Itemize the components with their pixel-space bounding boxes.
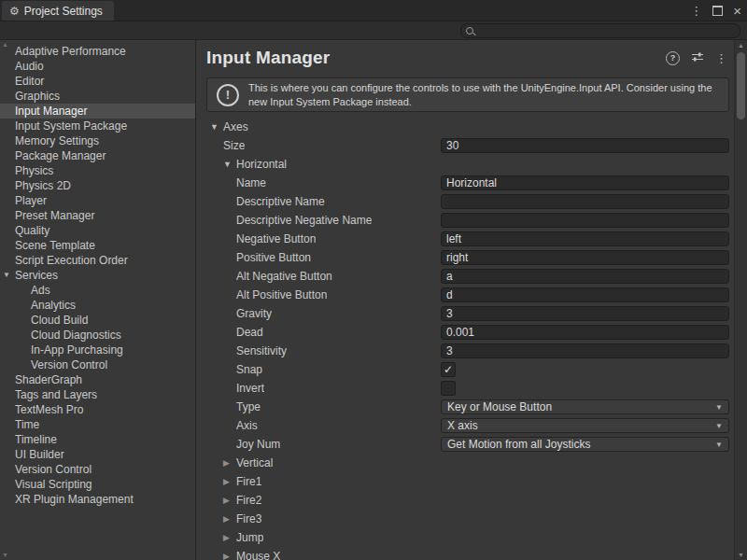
row-label: Fire1 — [236, 475, 261, 488]
sidebar-item-timeline[interactable]: Timeline — [0, 432, 195, 447]
dropdown[interactable]: Key or Mouse Button ▼ — [441, 399, 729, 414]
foldout-icon[interactable]: ▶ — [223, 514, 236, 524]
text-field[interactable]: 0.001 — [441, 325, 729, 340]
row-dead: Dead 0.001 — [197, 323, 735, 342]
text-field[interactable]: left — [441, 231, 729, 246]
sidebar-item-label: Preset Manager — [15, 209, 94, 222]
foldout-icon[interactable]: ▼ — [223, 160, 236, 169]
panel-menu-icon[interactable]: ⋮ — [715, 52, 727, 64]
maximize-icon[interactable] — [712, 6, 723, 16]
scroll-down-icon[interactable]: ▼ — [735, 552, 747, 558]
scroll-up-icon[interactable]: ▲ — [735, 42, 747, 49]
text-field[interactable]: 30 — [441, 138, 729, 153]
tab-project-settings[interactable]: ⚙ Project Settings — [2, 1, 114, 21]
foldout-icon[interactable]: ▼ — [210, 122, 223, 132]
sidebar-item-preset-manager[interactable]: Preset Manager — [0, 208, 195, 223]
sidebar-item-cloud-build[interactable]: Cloud Build — [0, 313, 195, 328]
row-axis: Axis X axis ▼ — [197, 416, 735, 435]
sidebar-item-physics-2d[interactable]: Physics 2D — [0, 178, 195, 193]
text-field[interactable] — [441, 213, 729, 228]
row-label: Name — [236, 176, 266, 189]
foldout-mouse-x[interactable]: ▶ Mouse X — [197, 547, 735, 560]
vertical-scrollbar[interactable]: ▲ ▼ — [734, 40, 747, 560]
foldout-horizontal[interactable]: ▼ Horizontal — [197, 155, 735, 174]
sidebar-item-cloud-diagnostics[interactable]: Cloud Diagnostics — [0, 328, 195, 343]
settings-sidebar: ▲ Adaptive Performance Audio Editor Grap… — [0, 40, 196, 560]
foldout-icon[interactable]: ▼ — [3, 268, 10, 283]
sidebar-item-physics[interactable]: Physics — [0, 163, 195, 178]
row-label: Size — [223, 139, 245, 152]
sidebar-item-visual-scripting[interactable]: Visual Scripting — [0, 477, 195, 492]
main-panel: Input Manager ? ⋮ ! This is where you ca… — [197, 40, 735, 560]
checkbox[interactable] — [441, 381, 456, 396]
dropdown-value: Key or Mouse Button — [447, 400, 552, 413]
dropdown[interactable]: Get Motion from all Joysticks ▼ — [441, 437, 729, 452]
sidebar-item-xr-plugin-management[interactable]: XR Plugin Management — [0, 492, 195, 507]
sidebar-item-label: Services — [15, 269, 58, 282]
sidebar-item-version-control[interactable]: Version Control — [0, 357, 195, 372]
sidebar-item-editor[interactable]: Editor — [0, 74, 195, 89]
row-label: Fire3 — [236, 512, 261, 525]
search-input[interactable] — [476, 25, 740, 36]
sidebar-item-label: Cloud Diagnostics — [31, 329, 121, 342]
foldout-axes[interactable]: ▼ Axes — [197, 118, 735, 136]
row-label: Dead — [236, 326, 263, 339]
sidebar-item-audio[interactable]: Audio — [0, 59, 195, 74]
sidebar-item-label: XR Plugin Management — [15, 493, 134, 506]
text-field[interactable]: Horizontal — [441, 175, 729, 190]
text-field[interactable]: a — [441, 269, 729, 284]
foldout-icon[interactable]: ▶ — [223, 533, 236, 542]
sidebar-item-analytics[interactable]: Analytics — [0, 298, 195, 313]
search-box[interactable] — [460, 23, 740, 38]
sidebar-item-ads[interactable]: Ads — [0, 283, 195, 298]
row-size: Size 30 — [197, 136, 735, 155]
sidebar-item-shadergraph[interactable]: ShaderGraph — [0, 372, 195, 387]
foldout-jump[interactable]: ▶ Jump — [197, 528, 735, 547]
sidebar-item-label: Tags and Layers — [15, 388, 97, 401]
foldout-icon[interactable]: ▶ — [223, 496, 236, 505]
foldout-fire2[interactable]: ▶ Fire2 — [197, 491, 735, 510]
sidebar-item-input-manager[interactable]: Input Manager — [0, 104, 195, 119]
row-value — [441, 194, 729, 209]
sidebar-scroll-down-icon[interactable]: ▼ — [2, 552, 8, 558]
sidebar-item-textmesh-pro[interactable]: TextMesh Pro — [0, 402, 195, 417]
sidebar-item-script-execution-order[interactable]: Script Execution Order — [0, 253, 195, 268]
text-field[interactable]: right — [441, 250, 729, 265]
sidebar-item-version-control[interactable]: Version Control — [0, 462, 195, 477]
text-field[interactable]: d — [441, 287, 729, 302]
sidebar-item-services[interactable]: ▼ Services — [0, 268, 195, 283]
sidebar-item-tags-and-layers[interactable]: Tags and Layers — [0, 387, 195, 402]
dropdown[interactable]: X axis ▼ — [441, 418, 729, 433]
foldout-icon[interactable]: ▶ — [223, 458, 236, 468]
foldout-icon[interactable]: ▶ — [223, 552, 236, 560]
sidebar-item-player[interactable]: Player — [0, 193, 195, 208]
text-field[interactable]: 3 — [441, 306, 729, 321]
row-sensitivity: Sensitivity 3 — [197, 342, 735, 360]
sidebar-item-quality[interactable]: Quality — [0, 223, 195, 238]
foldout-icon[interactable]: ▶ — [223, 477, 236, 486]
text-field[interactable]: 3 — [441, 343, 729, 358]
sidebar-item-label: Physics — [15, 164, 53, 177]
foldout-fire1[interactable]: ▶ Fire1 — [197, 472, 735, 491]
sidebar-item-scene-template[interactable]: Scene Template — [0, 238, 195, 253]
sidebar-item-in-app-purchasing[interactable]: In-App Purchasing — [0, 343, 195, 357]
window-tab-bar: ⚙ Project Settings ⋮ × — [0, 0, 747, 21]
sidebar-item-memory-settings[interactable]: Memory Settings — [0, 133, 195, 148]
help-icon[interactable]: ? — [666, 51, 680, 65]
sidebar-item-ui-builder[interactable]: UI Builder — [0, 447, 195, 462]
window-menu-icon[interactable]: ⋮ — [690, 5, 702, 17]
sidebar-item-package-manager[interactable]: Package Manager — [0, 148, 195, 163]
sidebar-item-graphics[interactable]: Graphics — [0, 89, 195, 104]
checkbox[interactable]: ✓ — [441, 362, 456, 377]
foldout-vertical[interactable]: ▶ Vertical — [197, 454, 735, 472]
foldout-fire3[interactable]: ▶ Fire3 — [197, 510, 735, 528]
axes-property-list: ▼ Axes Size 30 ▼ Horizontal Name Horizon… — [197, 118, 735, 560]
close-icon[interactable]: × — [733, 4, 741, 18]
sidebar-item-input-system-package[interactable]: Input System Package — [0, 119, 195, 133]
sidebar-item-adaptive-performance[interactable]: Adaptive Performance — [0, 44, 195, 59]
presets-icon[interactable] — [691, 51, 704, 65]
sidebar-item-time[interactable]: Time — [0, 417, 195, 432]
text-field[interactable] — [441, 194, 729, 209]
row-label: Joy Num — [236, 438, 280, 451]
scrollbar-thumb[interactable] — [737, 52, 745, 119]
